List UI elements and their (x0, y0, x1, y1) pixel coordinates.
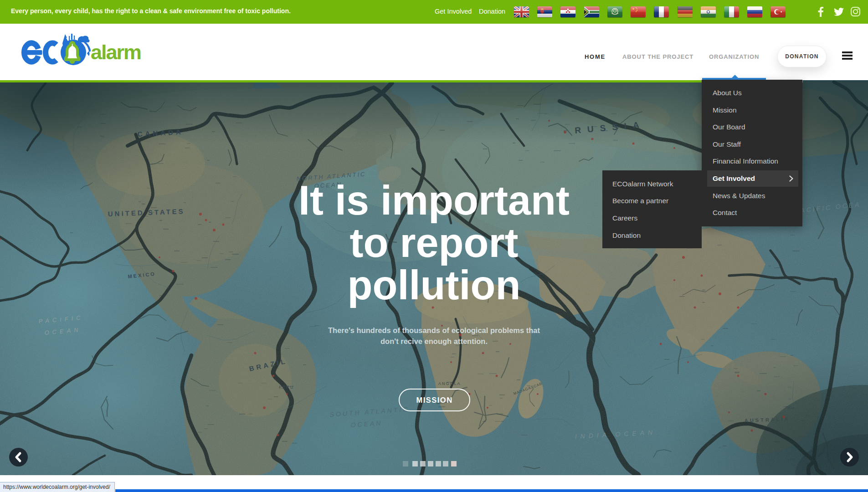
svg-text:alarm: alarm (91, 41, 141, 64)
